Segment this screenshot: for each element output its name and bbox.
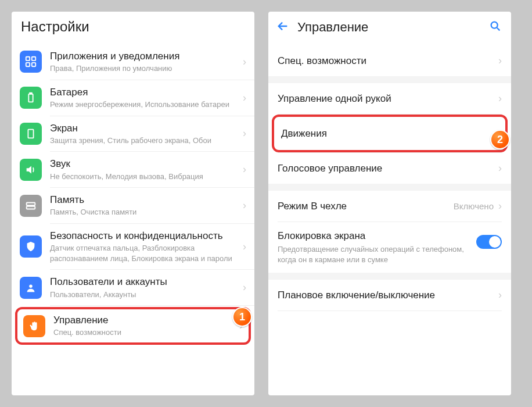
chevron-right-icon: ›: [243, 56, 246, 68]
highlight-box-2: Движения › 2: [272, 115, 508, 152]
section-gap: [268, 273, 511, 280]
row-title: Голосовое управление: [278, 163, 498, 174]
chevron-right-icon: ›: [498, 92, 502, 105]
settings-row-battery[interactable]: Батарея Режим энергосбережения, Использо…: [12, 80, 254, 116]
row-sub: Не беспокоить, Мелодия вызова, Вибрация: [50, 172, 232, 182]
svg-rect-7: [27, 202, 35, 205]
section-gap: [268, 184, 511, 191]
hand-icon: [23, 315, 45, 337]
step-badge-1: 1: [232, 307, 252, 327]
row-title: Приложения и уведомления: [50, 50, 232, 62]
chevron-right-icon: ›: [243, 92, 246, 104]
svg-point-10: [491, 22, 498, 28]
storage-icon: [20, 195, 42, 217]
shield-icon: [20, 235, 42, 258]
svg-rect-0: [26, 57, 30, 60]
row-title: Пользователи и аккаунты: [50, 276, 232, 288]
row-sub: Датчик отпечатка пальца, Разблокировка р…: [50, 243, 232, 263]
row-motions[interactable]: Движения ›: [274, 117, 505, 150]
chevron-right-icon: ›: [498, 55, 502, 67]
chevron-right-icon: ›: [243, 163, 246, 176]
row-title: Управление: [53, 314, 229, 326]
row-sub: Спец. возможности: [53, 327, 229, 338]
divider: [50, 305, 254, 306]
chevron-right-icon: ›: [243, 241, 246, 253]
display-icon: [20, 123, 42, 145]
svg-rect-1: [32, 57, 35, 60]
battery-icon: [20, 87, 42, 109]
chevron-right-icon: ›: [243, 281, 246, 294]
row-sub: Режим энергосбережения, Использование ба…: [50, 99, 232, 110]
row-one-hand[interactable]: Управление одной рукой ›: [268, 83, 511, 114]
highlight-box-1: Управление Спец. возможности › 1: [15, 307, 251, 345]
settings-row-apps[interactable]: Приложения и уведомления Права, Приложен…: [12, 44, 254, 80]
svg-rect-4: [28, 94, 33, 102]
row-title: Режим В чехле: [278, 201, 454, 212]
page-title: Настройки: [12, 12, 254, 44]
row-value: Включено: [454, 201, 494, 211]
row-voice[interactable]: Голосовое управление ›: [268, 153, 511, 184]
row-title: Плановое включение/выключение: [278, 290, 498, 301]
row-sub: Права, Приложения по умолчанию: [50, 63, 232, 74]
row-title: Блокировка экрана: [278, 230, 476, 242]
row-screen-lock[interactable]: Блокировка экрана Предотвращение случайн…: [268, 222, 511, 273]
row-sub: Пользователи, Аккаунты: [50, 290, 232, 300]
svg-rect-3: [32, 63, 35, 66]
chevron-right-icon: ›: [498, 162, 502, 174]
row-case-mode[interactable]: Режим В чехле Включено ›: [268, 191, 511, 222]
svg-rect-8: [27, 206, 35, 209]
settings-row-storage[interactable]: Память Память, Очистка памяти ›: [12, 188, 254, 223]
chevron-right-icon: ›: [498, 200, 502, 212]
apps-icon: [20, 51, 42, 73]
settings-row-users[interactable]: Пользователи и аккаунты Пользователи, Ак…: [12, 270, 254, 305]
row-sub: Предотвращение случайных операций с теле…: [278, 244, 476, 265]
row-title: Управление одной рукой: [278, 93, 498, 105]
row-title: Безопасность и конфиденциальность: [50, 230, 232, 242]
toggle-switch[interactable]: [476, 235, 502, 249]
page-title: Управление: [297, 20, 481, 35]
settings-list: Приложения и уведомления Права, Приложен…: [12, 44, 254, 395]
back-button[interactable]: [276, 20, 289, 35]
step-badge-2: 2: [490, 130, 510, 149]
row-title: Звук: [50, 158, 232, 170]
management-screen: Управление Спец. возможности › Управлени…: [268, 12, 511, 395]
row-accessibility[interactable]: Спец. возможности ›: [268, 45, 511, 76]
topbar: Управление: [268, 12, 511, 45]
settings-row-security[interactable]: Безопасность и конфиденциальность Датчик…: [12, 224, 254, 269]
chevron-right-icon: ›: [243, 127, 246, 140]
users-icon: [20, 277, 42, 299]
svg-point-9: [29, 284, 33, 288]
section-gap: [268, 76, 511, 83]
row-title: Батарея: [50, 86, 232, 98]
settings-row-sound[interactable]: Звук Не беспокоить, Мелодия вызова, Вибр…: [12, 152, 254, 187]
settings-row-management[interactable]: Управление Спец. возможности ›: [17, 309, 249, 342]
row-sub: Защита зрения, Стиль рабочего экрана, Об…: [50, 135, 232, 146]
settings-row-display[interactable]: Экран Защита зрения, Стиль рабочего экра…: [12, 116, 254, 152]
divider: [278, 310, 502, 311]
search-button[interactable]: [489, 20, 502, 35]
row-title: Спец. возможности: [278, 55, 498, 67]
row-sub: Память, Очистка памяти: [50, 207, 232, 217]
svg-rect-6: [28, 130, 33, 138]
svg-rect-5: [30, 93, 32, 94]
settings-screen: Настройки Приложения и уведомления Права…: [12, 12, 254, 395]
chevron-right-icon: ›: [498, 289, 502, 301]
row-title: Память: [50, 194, 232, 206]
row-scheduled[interactable]: Плановое включение/выключение ›: [268, 280, 511, 310]
sound-icon: [20, 159, 42, 181]
chevron-right-icon: ›: [243, 199, 246, 212]
row-title: Движения: [281, 128, 495, 140]
svg-rect-2: [26, 63, 30, 66]
row-title: Экран: [50, 122, 232, 134]
